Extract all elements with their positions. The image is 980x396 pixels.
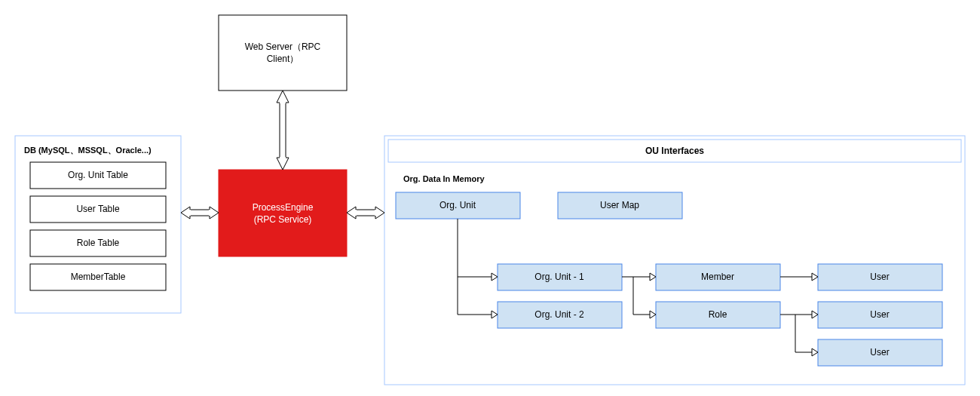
svg-rect-35: [356, 210, 375, 216]
org-unit-1-box: Org. Unit - 1: [498, 264, 622, 290]
svg-marker-21: [650, 311, 656, 318]
svg-marker-37: [375, 207, 384, 219]
svg-rect-39: [375, 210, 376, 216]
svg-marker-32: [210, 207, 219, 219]
db-table-2-label: Role Table: [77, 238, 120, 248]
role-label: Role: [709, 309, 727, 320]
svg-rect-25: [280, 103, 286, 158]
process-engine-label-1: ProcessEngine: [253, 202, 314, 213]
user-box-1: User: [818, 302, 942, 328]
svg-marker-31: [181, 207, 190, 219]
ou-interfaces-panel: OU Interfaces Org. Data In Memory Org. U…: [384, 136, 965, 385]
svg-rect-38: [355, 210, 357, 216]
user-1-label: User: [870, 309, 889, 320]
svg-rect-29: [280, 157, 286, 158]
svg-marker-23: [812, 311, 818, 318]
org-unit-box: Org. Unit: [396, 192, 520, 219]
db-table-1-label: User Table: [76, 204, 119, 214]
process-engine-box: ProcessEngine (RPC Service): [219, 170, 347, 256]
db-panel-title: DB (MySQL、MSSQL、Oracle...): [24, 146, 152, 155]
svg-marker-22: [812, 273, 818, 281]
user-box-0: User: [818, 264, 942, 290]
ou-interfaces-title: OU Interfaces: [645, 146, 704, 156]
db-table-0: Org. Unit Table: [30, 162, 166, 189]
member-label: Member: [701, 272, 734, 282]
svg-rect-34: [209, 210, 210, 216]
role-box: Role: [656, 302, 780, 328]
arrow-engine-to-ou: [347, 207, 384, 219]
web-server-label-2: Client）: [267, 54, 299, 64]
db-table-0-label: Org. Unit Table: [68, 170, 128, 180]
db-table-2: Role Table: [30, 230, 166, 256]
process-engine-label-2: (RPC Service): [254, 214, 312, 225]
db-panel: DB (MySQL、MSSQL、Oracle...) Org. Unit Tab…: [15, 136, 181, 313]
svg-marker-18: [492, 273, 498, 281]
db-table-3-label: MemberTable: [71, 272, 126, 282]
org-unit-2-label: Org. Unit - 2: [534, 309, 584, 320]
org-unit-1-label: Org. Unit - 1: [534, 272, 584, 282]
svg-marker-19: [492, 311, 498, 318]
svg-rect-28: [280, 102, 286, 103]
web-server-label-1: Web Server（RPC: [245, 41, 321, 52]
db-table-1: User Table: [30, 196, 166, 223]
user-box-2: User: [818, 339, 942, 366]
user-map-box: User Map: [558, 192, 682, 219]
svg-rect-30: [190, 210, 210, 216]
user-map-label: User Map: [600, 200, 639, 210]
user-2-label: User: [870, 347, 889, 358]
arrow-db-to-engine: [181, 207, 219, 219]
svg-rect-0: [219, 15, 347, 91]
svg-marker-36: [347, 207, 356, 219]
svg-rect-1: [219, 170, 347, 256]
svg-marker-24: [812, 348, 818, 356]
svg-marker-27: [277, 158, 289, 170]
arrow-web-to-engine: [277, 91, 289, 170]
svg-marker-20: [650, 273, 656, 281]
member-box: Member: [656, 264, 780, 290]
web-server-box: Web Server（RPC Client）: [219, 15, 347, 91]
db-table-3: MemberTable: [30, 264, 166, 290]
svg-marker-26: [277, 91, 289, 103]
svg-rect-33: [189, 210, 191, 216]
ou-subtitle: Org. Data In Memory: [403, 174, 485, 183]
org-unit-2-box: Org. Unit - 2: [498, 302, 622, 328]
org-unit-label: Org. Unit: [439, 200, 476, 210]
user-0-label: User: [870, 272, 889, 282]
